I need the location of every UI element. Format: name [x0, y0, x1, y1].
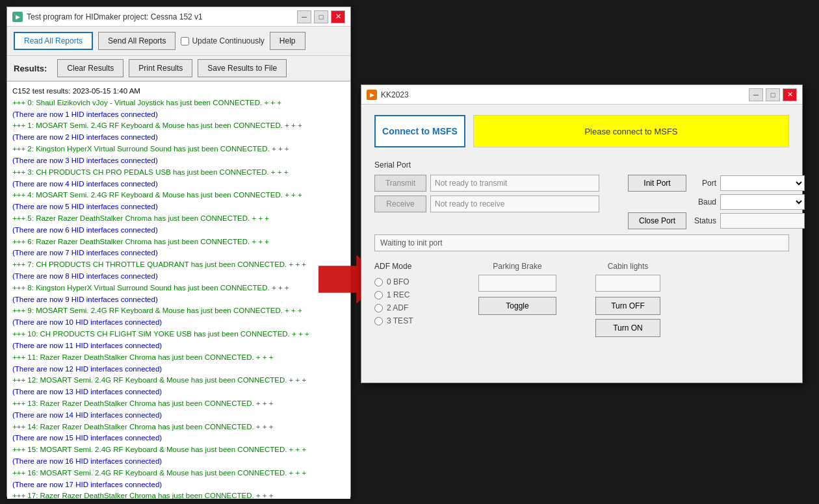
window2-title: KK2023	[381, 90, 409, 99]
status-label: Status	[690, 216, 716, 225]
maximize-button[interactable]: □	[314, 10, 328, 23]
help-button[interactable]: Help	[270, 32, 306, 50]
log-line: +++ 17: Razer Razer DeathStalker Chroma …	[12, 490, 345, 499]
receive-status-text: Not ready to receive	[435, 199, 504, 208]
adf-radio-input[interactable]	[374, 291, 383, 299]
parking-section: Parking Brake Toggle	[478, 262, 556, 341]
adf-radio-item[interactable]: 1 REC	[374, 290, 439, 299]
results-bar: Results: Clear Results Print Results Sav…	[7, 56, 350, 81]
close-port-button[interactable]: Close Port	[628, 212, 686, 229]
update-continuously-text: Update Continuously	[192, 36, 264, 45]
log-line: +++ 4: MOSART Semi. 2.4G RF Keyboard & M…	[12, 190, 345, 201]
log-line: +++ 0: Shaul Eizikovich vJoy - Virtual J…	[12, 97, 345, 109]
log-line: (There are now 8 HID interfaces connecte…	[12, 271, 345, 283]
port-label: Port	[690, 179, 716, 188]
window1-title: Test program for HIDmaker project: Cessn…	[27, 12, 203, 21]
receive-button: Receive	[374, 195, 426, 212]
adf-radio-label: 2 ADF	[387, 303, 408, 312]
minimize-button[interactable]: ─	[297, 10, 311, 23]
parking-brake-input[interactable]	[478, 275, 556, 292]
titlebar2: ▶ KK2023 ─ □ ✕	[361, 85, 802, 105]
serial-section: Serial Port Transmit Not ready to transm…	[374, 160, 789, 251]
send-all-reports-button[interactable]: Send All Reports	[98, 32, 176, 50]
log-line: +++ 10: CH PRODUCTS CH FLIGHT SIM YOKE U…	[12, 329, 345, 340]
save-results-button[interactable]: Save Results to File	[198, 59, 287, 77]
turn-off-button[interactable]: Turn OFF	[595, 297, 660, 315]
read-all-reports-button[interactable]: Read All Reports	[14, 32, 93, 50]
window1: ▶ Test program for HIDmaker project: Ces…	[6, 6, 351, 497]
adf-radio-item[interactable]: 2 ADF	[374, 303, 439, 312]
adf-radio-input[interactable]	[374, 278, 383, 286]
cabin-section: Cabin lights Turn OFF Turn ON	[595, 262, 660, 341]
update-continuously-label[interactable]: Update Continuously	[181, 36, 264, 45]
log-line: (There are now 6 HID interfaces connecte…	[12, 225, 345, 236]
titlebar2-left: ▶ KK2023	[367, 90, 409, 100]
log-line: +++ 16: MOSART Semi. 2.4G RF Keyboard & …	[12, 468, 345, 479]
parking-toggle-button[interactable]: Toggle	[478, 297, 556, 315]
adf-radio-label: 1 REC	[387, 290, 410, 299]
log-line: (There are now 16 HID interfaces connect…	[12, 456, 345, 468]
log-line: +++ 1: MOSART Semi. 2.4G RF Keyboard & M…	[12, 120, 345, 132]
log-line: (There are now 2 HID interfaces connecte…	[12, 132, 345, 144]
maximize-button2[interactable]: □	[766, 88, 780, 101]
app-icon2: ▶	[367, 90, 377, 100]
w2-body: Connect to MSFS Please connect to MSFS S…	[361, 105, 802, 351]
log-line: +++ 12: MOSART Semi. 2.4G RF Keyboard & …	[12, 375, 345, 386]
titlebar1-controls: ─ □ ✕	[297, 10, 345, 23]
adf-radio-item[interactable]: 0 BFO	[374, 277, 439, 286]
clear-results-button[interactable]: Clear Results	[57, 59, 124, 77]
log-line: (There are now 3 HID interfaces connecte…	[12, 155, 345, 167]
log-line: +++ 14: Razer Razer DeathStalker Chroma …	[12, 422, 345, 433]
connect-msfs-button[interactable]: Connect to MSFS	[374, 115, 465, 147]
transmit-button: Transmit	[374, 175, 426, 192]
parking-brake-label: Parking Brake	[478, 262, 556, 271]
log-line: +++ 11: Razer Razer DeathStalker Chroma …	[12, 352, 345, 364]
cabin-lights-input[interactable]	[595, 275, 660, 292]
log-line: (There are now 10 HID interfaces connect…	[12, 317, 345, 329]
turn-on-button[interactable]: Turn ON	[595, 319, 660, 337]
adf-section: ADF Mode 0 BFO1 REC2 ADF3 TEST	[374, 262, 439, 341]
adf-radio-input[interactable]	[374, 304, 383, 312]
baud-select[interactable]	[720, 194, 805, 210]
window2: ▶ KK2023 ─ □ ✕ Connect to MSFS Please co…	[361, 84, 803, 383]
toolbar: Read All Reports Send All Reports Update…	[7, 27, 350, 56]
update-continuously-checkbox[interactable]	[181, 37, 189, 45]
log-line: +++ 9: MOSART Semi. 2.4G RF Keyboard & M…	[12, 305, 345, 317]
adf-mode-label: ADF Mode	[374, 262, 439, 271]
log-line: +++ 2: Kingston HyperX Virtual Surround …	[12, 144, 345, 155]
minimize-button2[interactable]: ─	[749, 88, 763, 101]
log-line: (There are now 7 HID interfaces connecte…	[12, 247, 345, 259]
app-icon: ▶	[12, 12, 23, 22]
init-port-button[interactable]: Init Port	[628, 175, 686, 192]
bottom-section: ADF Mode 0 BFO1 REC2 ADF3 TEST Parking B…	[374, 262, 789, 341]
log-line: (There are now 13 HID interfaces connect…	[12, 386, 345, 398]
log-line: +++ 5: Razer Razer DeathStalker Chroma h…	[12, 213, 345, 225]
baud-label: Baud	[690, 197, 716, 207]
results-area[interactable]: C152 test results: 2023-05-15 1:40 AM+++…	[7, 81, 350, 499]
log-line: (There are now 5 HID interfaces connecte…	[12, 201, 345, 213]
adf-radio-label: 3 TEST	[387, 316, 413, 325]
close-button[interactable]: ✕	[331, 10, 345, 23]
adf-radio-label: 0 BFO	[387, 277, 410, 286]
log-line: C152 test results: 2023-05-15 1:40 AM	[12, 86, 345, 97]
waiting-status-text: Waiting to init port	[374, 234, 789, 251]
log-line: (There are now 4 HID interfaces connecte…	[12, 179, 345, 190]
msfs-status-display: Please connect to MSFS	[473, 115, 789, 147]
connect-row: Connect to MSFS Please connect to MSFS	[374, 115, 789, 147]
adf-radio-input[interactable]	[374, 317, 383, 325]
log-line: +++ 7: CH PRODUCTS CH THROTTLE QUADRANT …	[12, 259, 345, 271]
titlebar2-controls: ─ □ ✕	[749, 88, 797, 101]
adf-radio-item[interactable]: 3 TEST	[374, 316, 439, 325]
log-line: +++ 3: CH PRODUCTS CH PRO PEDALS USB has…	[12, 167, 345, 179]
print-results-button[interactable]: Print Results	[129, 59, 192, 77]
log-line: (There are now 14 HID interfaces connect…	[12, 410, 345, 422]
close-button2[interactable]: ✕	[783, 88, 797, 101]
adf-radio-group: 0 BFO1 REC2 ADF3 TEST	[374, 277, 439, 325]
titlebar1: ▶ Test program for HIDmaker project: Ces…	[7, 7, 350, 27]
cabin-lights-label: Cabin lights	[595, 262, 660, 271]
log-line: +++ 15: MOSART Semi. 2.4G RF Keyboard & …	[12, 444, 345, 456]
status-input[interactable]	[720, 213, 805, 229]
log-line: +++ 13: Razer Razer DeathStalker Chroma …	[12, 398, 345, 410]
log-line: (There are now 11 HID interfaces connect…	[12, 340, 345, 352]
port-select[interactable]	[720, 175, 805, 191]
